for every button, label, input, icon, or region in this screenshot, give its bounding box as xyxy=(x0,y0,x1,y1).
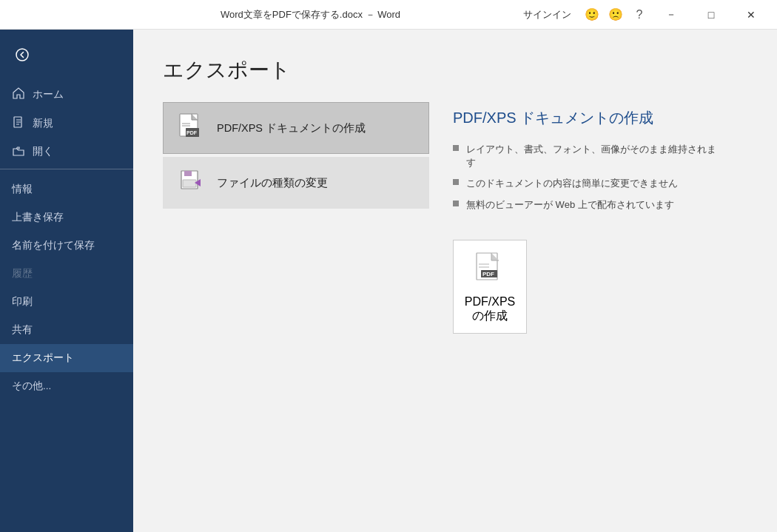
export-bullet-list: レイアウト、書式、フォント、画像がそのまま維持されます このドキュメントの内容は… xyxy=(453,143,724,219)
svg-point-0 xyxy=(16,49,28,61)
sidebar: ホーム 新規 開く 情報 xyxy=(0,30,133,532)
window-title: Word文章をPDFで保存する.docx － Word xyxy=(98,8,523,21)
export-option-pdf-xps[interactable]: PDF PDF/XPS ドキュメントの作成 xyxy=(163,102,429,154)
sidebar-item-other[interactable]: その他... xyxy=(0,372,133,400)
bullet-item-3: 無料のビューアーが Web 上で配布されています xyxy=(453,198,724,212)
sidebar-label-share: 共有 xyxy=(12,323,33,337)
sad-face-icon[interactable]: 🙁 xyxy=(607,7,625,21)
bullet-text-1: レイアウト、書式、フォント、画像がそのまま維持されます xyxy=(466,143,724,169)
sidebar-label-home: ホーム xyxy=(33,88,64,101)
back-button[interactable] xyxy=(6,38,38,71)
bullet-text-2: このドキュメントの内容は簡単に変更できません xyxy=(466,177,678,190)
open-icon xyxy=(12,146,25,158)
create-btn-icon: PDF xyxy=(475,252,505,289)
create-btn-line1: PDF/XPS xyxy=(465,295,515,308)
bullet-item-2: このドキュメントの内容は簡単に変更できません xyxy=(453,177,724,190)
minimize-button[interactable]: － xyxy=(654,3,688,27)
change-type-option-icon xyxy=(178,169,205,196)
export-detail-title: PDF/XPS ドキュメントの作成 xyxy=(453,108,724,128)
sidebar-label-new: 新規 xyxy=(33,117,53,130)
titlebar: Word文章をPDFで保存する.docx － Word サインイン 🙂 🙁 ? … xyxy=(0,0,777,30)
sidebar-label-history: 履歴 xyxy=(12,267,33,280)
sidebar-item-save-as[interactable]: 名前を付けて保存 xyxy=(0,232,133,260)
sidebar-item-print[interactable]: 印刷 xyxy=(0,288,133,316)
export-option-change-type[interactable]: ファイルの種類の変更 xyxy=(163,157,429,209)
sidebar-label-overwrite-save: 上書き保存 xyxy=(12,211,64,224)
new-icon xyxy=(12,116,25,130)
titlebar-controls: サインイン 🙂 🙁 ? － □ ✕ xyxy=(523,3,768,27)
bullet-icon-2 xyxy=(453,179,459,185)
help-icon[interactable]: ? xyxy=(630,8,648,21)
sidebar-item-new[interactable]: 新規 xyxy=(0,109,133,138)
pdf-xps-option-icon: PDF xyxy=(178,115,205,141)
home-icon xyxy=(12,87,25,101)
svg-text:PDF: PDF xyxy=(482,271,494,277)
sidebar-item-home[interactable]: ホーム xyxy=(0,80,133,109)
page-title: エクスポート xyxy=(163,56,747,84)
export-options-list: PDF PDF/XPS ドキュメントの作成 xyxy=(163,102,429,517)
content-area: エクスポート PDF xyxy=(133,30,777,532)
sidebar-label-export: エクスポート xyxy=(12,351,74,365)
bullet-item-1: レイアウト、書式、フォント、画像がそのまま維持されます xyxy=(453,143,724,169)
happy-face-icon[interactable]: 🙂 xyxy=(583,7,601,21)
create-pdf-xps-button[interactable]: PDF PDF/XPS の作成 xyxy=(453,240,527,334)
signin-button[interactable]: サインイン xyxy=(523,8,571,21)
sidebar-item-open[interactable]: 開く xyxy=(0,138,133,166)
sidebar-label-save-as: 名前を付けて保存 xyxy=(12,239,95,252)
export-option-change-type-label: ファイルの種類の変更 xyxy=(217,176,328,190)
sidebar-label-open: 開く xyxy=(33,145,53,158)
sidebar-label-other: その他... xyxy=(12,380,51,393)
create-btn-label: PDF/XPS の作成 xyxy=(465,295,515,324)
main-layout: ホーム 新規 開く 情報 xyxy=(0,30,777,532)
create-btn-line2: の作成 xyxy=(472,309,508,322)
bullet-icon-3 xyxy=(453,201,459,206)
bullet-icon-1 xyxy=(453,145,459,151)
sidebar-divider-1 xyxy=(0,169,133,169)
sidebar-label-info: 情報 xyxy=(12,183,33,196)
close-button[interactable]: ✕ xyxy=(734,3,768,27)
restore-button[interactable]: □ xyxy=(694,3,728,27)
export-option-pdf-xps-label: PDF/XPS ドキュメントの作成 xyxy=(217,121,366,135)
svg-rect-8 xyxy=(184,171,192,176)
sidebar-item-export[interactable]: エクスポート xyxy=(0,344,133,372)
sidebar-item-history: 履歴 xyxy=(0,260,133,288)
sidebar-item-overwrite-save[interactable]: 上書き保存 xyxy=(0,203,133,232)
svg-rect-9 xyxy=(183,180,196,187)
sidebar-item-info[interactable]: 情報 xyxy=(0,175,133,203)
sidebar-label-print: 印刷 xyxy=(12,295,33,309)
export-layout: PDF PDF/XPS ドキュメントの作成 xyxy=(163,102,747,517)
svg-text:PDF: PDF xyxy=(186,130,198,135)
export-detail-panel: PDF/XPS ドキュメントの作成 レイアウト、書式、フォント、画像がそのまま維… xyxy=(429,102,747,517)
bullet-text-3: 無料のビューアーが Web 上で配布されています xyxy=(466,198,674,212)
sidebar-item-share[interactable]: 共有 xyxy=(0,316,133,344)
